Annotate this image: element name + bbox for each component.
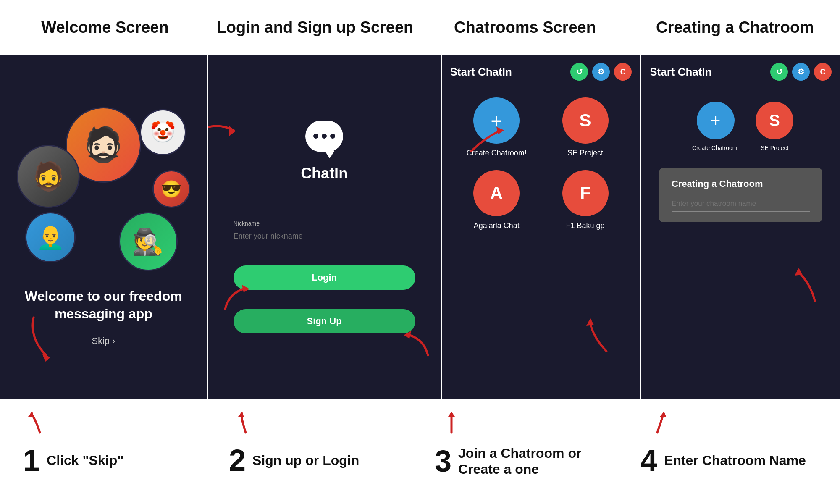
creating-create-label: Create Chatroom! bbox=[692, 144, 739, 151]
creating-se-item[interactable]: S SE Project bbox=[756, 102, 793, 151]
svg-marker-10 bbox=[660, 412, 667, 417]
chatroom-grid: + Create Chatroom! S SE Project A Agalar… bbox=[450, 97, 632, 230]
bubble-dot-3 bbox=[330, 134, 335, 139]
step-2-item: 2 Sign up or Login bbox=[229, 412, 405, 475]
bubble-dots bbox=[313, 134, 335, 139]
avatar-clown: 🤡 bbox=[140, 109, 186, 155]
creating-chatrooms-partial: + Create Chatroom! S SE Project bbox=[692, 102, 793, 151]
creating-screen: Start ChatIn ↺ ⚙ C + Create Chatroom! S … bbox=[641, 55, 840, 399]
screen-title-creating: Creating a Chatroom bbox=[634, 18, 836, 37]
creating-create-circle[interactable]: + bbox=[697, 102, 735, 139]
svg-marker-1 bbox=[229, 126, 236, 136]
svg-marker-8 bbox=[238, 412, 244, 417]
creating-settings-icon[interactable]: ⚙ bbox=[792, 63, 810, 81]
step-3-item: 3 Join a Chatroom or Create a one bbox=[435, 412, 611, 478]
logo-container: ChatIn bbox=[301, 121, 348, 182]
user-icon[interactable]: C bbox=[614, 63, 632, 81]
step-2-number: 2 bbox=[229, 445, 246, 475]
settings-icon[interactable]: ⚙ bbox=[592, 63, 610, 81]
chatrooms-screen: Start ChatIn ↺ ⚙ C + Create Chatroom! S … bbox=[442, 55, 642, 399]
refresh-icon[interactable]: ↺ bbox=[570, 63, 588, 81]
creating-header-icons: ↺ ⚙ C bbox=[770, 63, 832, 81]
creating-se-label: SE Project bbox=[761, 144, 788, 151]
screens-row: 🧔🏻 🧔 🤡 👨‍🦲 🕵️ bbox=[0, 55, 840, 399]
login-button[interactable]: Login bbox=[234, 265, 415, 290]
svg-marker-5 bbox=[586, 318, 594, 326]
agalarla-circle[interactable]: A bbox=[473, 170, 520, 216]
screen-title-chatrooms: Chatrooms Screen bbox=[424, 18, 626, 37]
create-chatroom-modal: Creating a Chatroom bbox=[659, 168, 822, 222]
avatar-small: 😎 bbox=[152, 170, 190, 208]
step-3-label: Join a Chatroom or Create a one bbox=[458, 445, 611, 478]
chatrooms-app-title: Start ChatIn bbox=[450, 66, 512, 79]
login-screen: ChatIn Nickname Login Sign Up bbox=[208, 55, 442, 399]
nickname-input-group: Nickname bbox=[234, 220, 415, 244]
skip-arrow-icon: › bbox=[112, 336, 115, 346]
signup-button[interactable]: Sign Up bbox=[234, 309, 415, 333]
step-4-item: 4 Enter Chatroom Name bbox=[640, 412, 817, 475]
svg-marker-2 bbox=[242, 285, 249, 292]
arrow-login-entry bbox=[208, 118, 238, 144]
titles-row: Welcome Screen Login and Sign up Screen … bbox=[0, 0, 840, 55]
header-icons: ↺ ⚙ C bbox=[570, 63, 632, 81]
skip-link[interactable]: Skip › bbox=[92, 336, 115, 346]
arrow-create bbox=[467, 122, 509, 157]
step-2-row: 2 Sign up or Login bbox=[229, 445, 359, 475]
step-4-row: 4 Enter Chatroom Name bbox=[640, 445, 806, 475]
modal-title: Creating a Chatroom bbox=[672, 178, 810, 189]
step2-arrow-area bbox=[229, 412, 262, 437]
nickname-input[interactable] bbox=[234, 228, 415, 244]
step3-arrow-area bbox=[435, 412, 468, 437]
agalarla-label: Agalarla Chat bbox=[474, 221, 520, 230]
creating-app-title: Start ChatIn bbox=[650, 66, 711, 79]
step-1-item: 1 Click "Skip" bbox=[23, 412, 200, 475]
skip-label: Skip bbox=[92, 336, 110, 346]
bubble-dot-1 bbox=[313, 134, 318, 139]
creating-refresh-icon[interactable]: ↺ bbox=[770, 63, 788, 81]
creating-create-item[interactable]: + Create Chatroom! bbox=[692, 102, 739, 151]
creating-app-header: Start ChatIn ↺ ⚙ C bbox=[650, 63, 832, 81]
arrow-join bbox=[581, 313, 615, 357]
bottom-row: 1 Click "Skip" 2 Sign up or Login bbox=[0, 399, 840, 504]
nickname-label: Nickname bbox=[234, 220, 415, 227]
step-3-row: 3 Join a Chatroom or Create a one bbox=[435, 445, 611, 478]
svg-marker-6 bbox=[795, 268, 802, 276]
step-4-label: Enter Chatroom Name bbox=[664, 452, 806, 468]
creating-se-circle[interactable]: S bbox=[756, 102, 793, 139]
chatroom-name-input[interactable] bbox=[672, 196, 810, 212]
arrow-login-btn bbox=[221, 280, 255, 315]
agalarla-item[interactable]: A Agalarla Chat bbox=[459, 170, 535, 230]
logo-text: ChatIn bbox=[301, 165, 348, 182]
avatar-collage: 🧔🏻 🧔 🤡 👨‍🦲 🕵️ bbox=[13, 103, 194, 279]
f1baku-circle[interactable]: F bbox=[562, 170, 609, 216]
screen-title-welcome: Welcome Screen bbox=[4, 18, 206, 37]
se-project-item[interactable]: S SE Project bbox=[547, 97, 623, 158]
f1baku-item[interactable]: F F1 Baku gp bbox=[547, 170, 623, 230]
step4-arrow-area bbox=[640, 412, 674, 437]
avatar-blue-hair: 👨‍🦲 bbox=[25, 212, 76, 262]
step-1-row: 1 Click "Skip" bbox=[23, 445, 123, 475]
arrow-skip bbox=[25, 313, 63, 365]
app-header: Start ChatIn ↺ ⚙ C bbox=[450, 63, 632, 81]
svg-marker-4 bbox=[496, 127, 504, 134]
step-1-label: Click "Skip" bbox=[47, 452, 123, 468]
screen-title-login: Login and Sign up Screen bbox=[214, 18, 416, 37]
se-project-label: SE Project bbox=[567, 149, 603, 158]
step-3-number: 3 bbox=[435, 446, 452, 476]
step1-arrow-area bbox=[23, 412, 57, 437]
creating-user-icon[interactable]: C bbox=[814, 63, 832, 81]
se-project-circle[interactable]: S bbox=[562, 97, 609, 144]
svg-marker-9 bbox=[448, 412, 455, 417]
arrow-input bbox=[785, 263, 823, 307]
svg-marker-7 bbox=[28, 412, 34, 417]
main-container: Welcome Screen Login and Sign up Screen … bbox=[0, 0, 840, 504]
step-1-number: 1 bbox=[23, 445, 40, 475]
step-2-label: Sign up or Login bbox=[252, 452, 359, 468]
f1baku-label: F1 Baku gp bbox=[566, 221, 605, 230]
chat-bubble-icon bbox=[305, 121, 343, 152]
avatar-beard: 🧔 bbox=[17, 145, 80, 208]
bubble-dot-2 bbox=[322, 134, 327, 139]
arrow-signup-btn bbox=[399, 326, 432, 361]
svg-marker-3 bbox=[404, 331, 411, 339]
welcome-screen: 🧔🏻 🧔 🤡 👨‍🦲 🕵️ bbox=[0, 55, 208, 399]
